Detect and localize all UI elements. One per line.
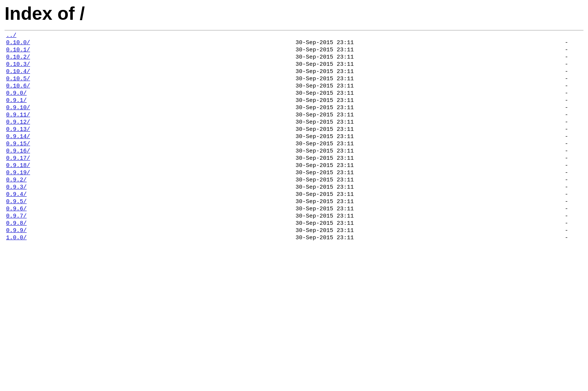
file-link-cell: 0.9.13/ xyxy=(5,126,294,133)
file-date: 30-Sep-2015 23:11 xyxy=(294,54,468,61)
list-item: 0.9.0/30-Sep-2015 23:11- xyxy=(5,90,583,97)
list-item: 0.9.18/30-Sep-2015 23:11- xyxy=(5,162,583,169)
list-item: 0.9.19/30-Sep-2015 23:11- xyxy=(5,169,583,176)
file-link-cell: 0.9.12/ xyxy=(5,119,294,126)
list-item: 0.9.6/30-Sep-2015 23:11- xyxy=(5,205,583,213)
file-date: 30-Sep-2015 23:11 xyxy=(294,220,468,227)
file-link-cell: 0.10.2/ xyxy=(5,54,294,61)
file-link[interactable]: 0.9.19/ xyxy=(6,170,30,176)
file-link-cell: 0.9.4/ xyxy=(5,191,294,198)
file-size: - xyxy=(468,148,583,155)
file-link[interactable]: 0.9.3/ xyxy=(6,184,27,191)
file-size: - xyxy=(468,205,583,213)
file-size: - xyxy=(468,227,583,234)
file-link[interactable]: 0.9.8/ xyxy=(6,220,27,227)
file-link[interactable]: 0.9.18/ xyxy=(6,162,30,169)
file-link-cell: 0.10.5/ xyxy=(5,75,294,83)
file-size: - xyxy=(468,220,583,227)
file-link[interactable]: 0.10.5/ xyxy=(6,76,30,82)
file-size: - xyxy=(468,90,583,97)
list-item: 0.9.12/30-Sep-2015 23:11- xyxy=(5,119,583,126)
file-link[interactable]: 0.10.6/ xyxy=(6,83,30,89)
file-link-cell: ../ xyxy=(5,32,294,39)
directory-listing: ../0.10.0/30-Sep-2015 23:11-0.10.1/30-Se… xyxy=(5,32,583,242)
file-link[interactable]: 0.9.5/ xyxy=(6,199,27,205)
list-item: 0.10.5/30-Sep-2015 23:11- xyxy=(5,75,583,83)
list-item: 0.9.4/30-Sep-2015 23:11- xyxy=(5,191,583,198)
file-link[interactable]: 0.10.4/ xyxy=(6,68,30,75)
list-item: 0.10.1/30-Sep-2015 23:11- xyxy=(5,46,583,54)
list-item: 0.10.4/30-Sep-2015 23:11- xyxy=(5,68,583,75)
file-link-cell: 0.10.1/ xyxy=(5,46,294,54)
file-link-cell: 0.9.6/ xyxy=(5,205,294,213)
file-date: 30-Sep-2015 23:11 xyxy=(294,227,468,234)
file-link[interactable]: 0.9.12/ xyxy=(6,119,30,126)
file-size: - xyxy=(468,198,583,205)
file-link[interactable]: 0.9.10/ xyxy=(6,105,30,111)
file-date: 30-Sep-2015 23:11 xyxy=(294,75,468,83)
file-size: - xyxy=(468,133,583,140)
file-date: 30-Sep-2015 23:11 xyxy=(294,205,468,213)
file-date: 30-Sep-2015 23:11 xyxy=(294,119,468,126)
page-heading: Index of / xyxy=(5,3,583,24)
list-item: 0.9.8/30-Sep-2015 23:11- xyxy=(5,220,583,227)
file-link-cell: 0.10.6/ xyxy=(5,83,294,90)
list-item: 0.9.7/30-Sep-2015 23:11- xyxy=(5,213,583,220)
file-link[interactable]: 0.9.1/ xyxy=(6,97,27,104)
file-link-cell: 0.9.19/ xyxy=(5,169,294,176)
file-link[interactable]: 0.9.0/ xyxy=(6,90,27,97)
file-link-cell: 0.9.3/ xyxy=(5,184,294,191)
file-size: - xyxy=(468,234,583,242)
file-size: - xyxy=(468,213,583,220)
file-link[interactable]: 0.9.17/ xyxy=(6,155,30,162)
file-link[interactable]: 0.9.13/ xyxy=(6,126,30,133)
file-link-cell: 0.9.15/ xyxy=(5,140,294,148)
file-date xyxy=(294,32,468,39)
file-link-cell: 0.9.5/ xyxy=(5,198,294,205)
file-link[interactable]: 0.10.3/ xyxy=(6,61,30,68)
file-link[interactable]: ../ xyxy=(6,32,16,39)
list-item: 0.9.2/30-Sep-2015 23:11- xyxy=(5,176,583,184)
file-size: - xyxy=(468,46,583,54)
file-link-cell: 0.9.11/ xyxy=(5,111,294,119)
list-item: 0.9.1/30-Sep-2015 23:11- xyxy=(5,97,583,104)
file-link[interactable]: 0.9.15/ xyxy=(6,141,30,147)
file-link-cell: 0.9.18/ xyxy=(5,162,294,169)
file-link[interactable]: 0.9.9/ xyxy=(6,227,27,234)
file-date: 30-Sep-2015 23:11 xyxy=(294,234,468,242)
file-link-cell: 0.9.0/ xyxy=(5,90,294,97)
file-size: - xyxy=(468,176,583,184)
file-link[interactable]: 0.9.6/ xyxy=(6,206,27,212)
file-size: - xyxy=(468,68,583,75)
file-size: - xyxy=(468,104,583,111)
file-link[interactable]: 0.9.4/ xyxy=(6,191,27,198)
file-link[interactable]: 0.9.16/ xyxy=(6,148,30,154)
file-link[interactable]: 0.9.7/ xyxy=(6,213,27,219)
file-link[interactable]: 0.9.11/ xyxy=(6,112,30,118)
file-size: - xyxy=(468,75,583,83)
file-size: - xyxy=(468,126,583,133)
file-date: 30-Sep-2015 23:11 xyxy=(294,61,468,68)
file-link[interactable]: 0.10.0/ xyxy=(6,40,30,46)
list-item: 0.10.3/30-Sep-2015 23:11- xyxy=(5,61,583,68)
file-link[interactable]: 1.0.0/ xyxy=(6,235,27,241)
file-date: 30-Sep-2015 23:11 xyxy=(294,140,468,148)
list-item: 0.9.5/30-Sep-2015 23:11- xyxy=(5,198,583,205)
file-link-cell: 1.0.0/ xyxy=(5,234,294,242)
file-size: - xyxy=(468,184,583,191)
file-size: - xyxy=(468,119,583,126)
file-link[interactable]: 0.9.14/ xyxy=(6,134,30,140)
file-size xyxy=(468,32,583,39)
file-link-cell: 0.9.7/ xyxy=(5,213,294,220)
file-link-cell: 0.9.17/ xyxy=(5,155,294,162)
list-item: 0.9.14/30-Sep-2015 23:11- xyxy=(5,133,583,140)
file-date: 30-Sep-2015 23:11 xyxy=(294,198,468,205)
file-link-cell: 0.10.3/ xyxy=(5,61,294,68)
file-size: - xyxy=(468,191,583,198)
file-date: 30-Sep-2015 23:11 xyxy=(294,133,468,140)
file-link[interactable]: 0.10.1/ xyxy=(6,47,30,53)
file-link[interactable]: 0.9.2/ xyxy=(6,177,27,183)
file-link-cell: 0.9.9/ xyxy=(5,227,294,234)
file-link[interactable]: 0.10.2/ xyxy=(6,54,30,60)
list-item: 0.10.0/30-Sep-2015 23:11- xyxy=(5,39,583,46)
